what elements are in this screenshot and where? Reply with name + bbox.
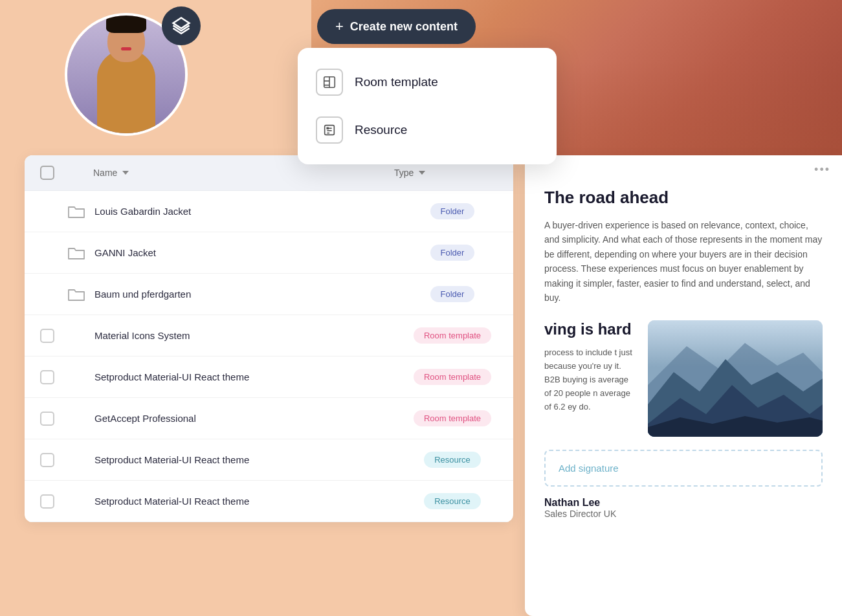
row-name: Baum und pferdgarten xyxy=(94,289,407,300)
row-no-checkbox xyxy=(40,246,54,260)
table-row[interactable]: Material Icons System Room template xyxy=(25,315,513,357)
create-new-content-button[interactable]: + Create new content xyxy=(317,9,476,44)
row-name: Setproduct Material-UI React theme xyxy=(94,371,407,382)
badge-pill: Folder xyxy=(430,286,475,302)
name-sort-icon xyxy=(122,171,129,175)
folder-icon xyxy=(67,204,85,219)
type-sort-icon xyxy=(419,171,425,175)
badge-pill: Room template xyxy=(414,410,491,426)
table-row[interactable]: GANNI Jacket Folder xyxy=(25,232,513,274)
badge-pill: Resource xyxy=(424,493,481,509)
row-name: Louis Gabardin Jacket xyxy=(94,206,407,217)
row-checkbox[interactable] xyxy=(40,370,54,384)
folder-icon xyxy=(67,246,85,260)
table-row[interactable]: Setproduct Material-UI React theme Room … xyxy=(25,357,513,398)
type-badge: Resource xyxy=(407,493,498,509)
row-name: Setproduct Material-UI React theme xyxy=(94,496,407,507)
panel-title: The road ahead xyxy=(544,188,823,208)
table-row[interactable]: Louis Gabardin Jacket Folder xyxy=(25,191,513,232)
content-table: Name Type Louis Gabardin Jacket Folder G… xyxy=(25,155,513,522)
type-badge: Resource xyxy=(407,452,498,468)
add-signature-placeholder: Add signature xyxy=(559,463,619,474)
room-template-icon xyxy=(316,69,343,96)
type-badge: Folder xyxy=(407,286,498,302)
panel-text: A buyer-driven experience is based on re… xyxy=(544,218,823,305)
table-row[interactable]: GetAccept Professional Room template xyxy=(25,398,513,439)
badge-pill: Room template xyxy=(414,327,491,344)
layers-badge xyxy=(162,6,201,45)
resource-icon xyxy=(316,116,343,144)
badge-pill: Resource xyxy=(424,452,481,468)
plus-icon: + xyxy=(335,18,344,35)
row-name: Setproduct Material-UI React theme xyxy=(94,454,407,465)
room-template-label: Room template xyxy=(355,75,438,89)
header-checkbox[interactable] xyxy=(40,166,54,180)
dropdown-menu: Room template Resource xyxy=(298,48,557,164)
avatar-hair xyxy=(106,13,146,33)
type-badge: Folder xyxy=(407,245,498,261)
svg-rect-9 xyxy=(326,127,329,129)
dropdown-item-resource[interactable]: Resource xyxy=(298,106,557,154)
type-badge: Room template xyxy=(407,327,498,344)
avatar-container xyxy=(65,13,194,142)
signature-name: Nathan Lee xyxy=(544,497,823,509)
row-checkbox[interactable] xyxy=(40,329,54,343)
mountain-image xyxy=(648,320,823,437)
row-name: GetAccept Professional xyxy=(94,413,407,424)
signature-title: Sales Director UK xyxy=(544,509,823,519)
type-badge: Room template xyxy=(407,369,498,385)
signature-box[interactable]: Add signature xyxy=(544,450,823,487)
col-name-header[interactable]: Name xyxy=(93,168,394,178)
right-panel: ••• The road ahead A buyer-driven experi… xyxy=(525,155,842,616)
panel-section2: ving is hard process to include t just b… xyxy=(544,320,823,437)
col-name-label: Name xyxy=(93,168,117,178)
row-no-checkbox xyxy=(40,287,54,302)
col-type-header[interactable]: Type xyxy=(394,168,498,178)
row-checkbox[interactable] xyxy=(40,494,54,509)
row-checkbox[interactable] xyxy=(40,412,54,426)
dropdown-item-room-template[interactable]: Room template xyxy=(298,58,557,106)
more-options-icon[interactable]: ••• xyxy=(814,163,830,177)
resource-label: Resource xyxy=(355,123,407,137)
row-checkbox[interactable] xyxy=(40,453,54,467)
table-row[interactable]: Baum und pferdgarten Folder xyxy=(25,274,513,315)
row-name: GANNI Jacket xyxy=(94,247,407,258)
table-row[interactable]: Setproduct Material-UI React theme Resou… xyxy=(25,481,513,522)
badge-pill: Folder xyxy=(430,203,475,219)
badge-pill: Room template xyxy=(414,369,491,385)
table-row[interactable]: Setproduct Material-UI React theme Resou… xyxy=(25,439,513,481)
col-type-label: Type xyxy=(394,168,414,178)
type-badge: Folder xyxy=(407,203,498,219)
row-no-checkbox xyxy=(40,204,54,219)
badge-pill: Folder xyxy=(430,245,475,261)
create-button-label: Create new content xyxy=(350,20,458,34)
row-name: Material Icons System xyxy=(94,330,407,341)
folder-icon xyxy=(67,287,85,302)
type-badge: Room template xyxy=(407,410,498,426)
